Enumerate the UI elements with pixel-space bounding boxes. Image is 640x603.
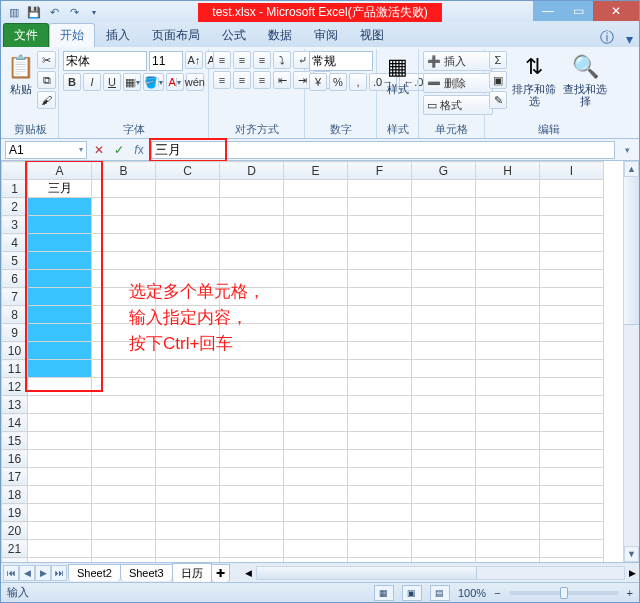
cell-F10[interactable] (348, 342, 412, 360)
find-select-button[interactable]: 🔍 查找和选择 (561, 51, 609, 115)
qat-dropdown-icon[interactable]: ▾ (85, 3, 103, 21)
cell-E12[interactable] (284, 378, 348, 396)
font-name-input[interactable] (63, 51, 147, 71)
cell-E13[interactable] (284, 396, 348, 414)
cell-C2[interactable] (156, 198, 220, 216)
cell-F5[interactable] (348, 252, 412, 270)
cell-B22[interactable] (92, 558, 156, 563)
cell-A1[interactable]: 三月 (28, 180, 92, 198)
cell-F9[interactable] (348, 324, 412, 342)
cell-G18[interactable] (412, 486, 476, 504)
cell-F1[interactable] (348, 180, 412, 198)
sheet-nav-next[interactable]: ▶ (35, 565, 51, 581)
cell-D22[interactable] (220, 558, 284, 563)
cell-E16[interactable] (284, 450, 348, 468)
cell-I7[interactable] (540, 288, 604, 306)
row-header-3[interactable]: 3 (2, 216, 28, 234)
cell-C16[interactable] (156, 450, 220, 468)
horizontal-scrollbar[interactable]: ◀ ▶ (242, 566, 639, 580)
cell-H3[interactable] (476, 216, 540, 234)
cell-B6[interactable] (92, 270, 156, 288)
cell-G17[interactable] (412, 468, 476, 486)
phonetic-button[interactable]: wén (186, 73, 204, 91)
cell-D9[interactable] (220, 324, 284, 342)
tab-review[interactable]: 审阅 (303, 23, 349, 47)
sheet-tab-calendar[interactable]: 日历 (172, 563, 212, 583)
cell-E18[interactable] (284, 486, 348, 504)
cell-C13[interactable] (156, 396, 220, 414)
cell-D16[interactable] (220, 450, 284, 468)
zoom-slider[interactable] (509, 591, 619, 595)
align-left-button[interactable]: ≡ (213, 71, 231, 89)
cell-G20[interactable] (412, 522, 476, 540)
save-icon[interactable]: 💾 (25, 3, 43, 21)
cell-B16[interactable] (92, 450, 156, 468)
row-header-21[interactable]: 21 (2, 540, 28, 558)
sheet-tab-sheet2[interactable]: Sheet2 (68, 564, 121, 581)
cell-I11[interactable] (540, 360, 604, 378)
cell-B10[interactable] (92, 342, 156, 360)
vscroll-track[interactable] (624, 177, 639, 546)
row-header-9[interactable]: 9 (2, 324, 28, 342)
cell-H4[interactable] (476, 234, 540, 252)
cancel-entry-button[interactable]: ✕ (91, 142, 107, 158)
cell-A8[interactable] (28, 306, 92, 324)
col-header-G[interactable]: G (412, 162, 476, 180)
cell-E17[interactable] (284, 468, 348, 486)
cell-C1[interactable] (156, 180, 220, 198)
cell-D6[interactable] (220, 270, 284, 288)
cell-I10[interactable] (540, 342, 604, 360)
cell-I15[interactable] (540, 432, 604, 450)
cell-D14[interactable] (220, 414, 284, 432)
cell-D17[interactable] (220, 468, 284, 486)
cell-B20[interactable] (92, 522, 156, 540)
cell-G21[interactable] (412, 540, 476, 558)
zoom-slider-thumb[interactable] (560, 587, 568, 599)
cell-D18[interactable] (220, 486, 284, 504)
cell-H19[interactable] (476, 504, 540, 522)
cell-I1[interactable] (540, 180, 604, 198)
row-header-11[interactable]: 11 (2, 360, 28, 378)
cell-F19[interactable] (348, 504, 412, 522)
col-header-F[interactable]: F (348, 162, 412, 180)
row-header-8[interactable]: 8 (2, 306, 28, 324)
cell-C6[interactable] (156, 270, 220, 288)
view-normal-button[interactable]: ▦ (374, 585, 394, 601)
cell-D21[interactable] (220, 540, 284, 558)
cell-B14[interactable] (92, 414, 156, 432)
cell-E11[interactable] (284, 360, 348, 378)
cell-I22[interactable] (540, 558, 604, 563)
cell-B21[interactable] (92, 540, 156, 558)
sheet-tab-sheet3[interactable]: Sheet3 (120, 564, 173, 581)
styles-button[interactable]: ▦ 样式 (381, 51, 414, 115)
cell-C8[interactable] (156, 306, 220, 324)
cell-C22[interactable] (156, 558, 220, 563)
tab-file[interactable]: 文件 (3, 23, 49, 47)
col-header-A[interactable]: A (28, 162, 92, 180)
autosum-button[interactable]: Σ (489, 51, 507, 69)
cell-A7[interactable] (28, 288, 92, 306)
cell-G6[interactable] (412, 270, 476, 288)
undo-icon[interactable]: ↶ (45, 3, 63, 21)
cell-D7[interactable] (220, 288, 284, 306)
cell-I18[interactable] (540, 486, 604, 504)
cell-H8[interactable] (476, 306, 540, 324)
maximize-button[interactable]: ▭ (563, 1, 593, 21)
cell-F18[interactable] (348, 486, 412, 504)
cell-G3[interactable] (412, 216, 476, 234)
hscroll-left-button[interactable]: ◀ (242, 568, 256, 578)
scroll-up-button[interactable]: ▲ (624, 161, 639, 177)
cell-D2[interactable] (220, 198, 284, 216)
row-header-13[interactable]: 13 (2, 396, 28, 414)
cell-C19[interactable] (156, 504, 220, 522)
row-header-10[interactable]: 10 (2, 342, 28, 360)
row-header-20[interactable]: 20 (2, 522, 28, 540)
cell-H16[interactable] (476, 450, 540, 468)
bold-button[interactable]: B (63, 73, 81, 91)
cell-H18[interactable] (476, 486, 540, 504)
cell-E14[interactable] (284, 414, 348, 432)
cell-E5[interactable] (284, 252, 348, 270)
tab-insert[interactable]: 插入 (95, 23, 141, 47)
cell-G16[interactable] (412, 450, 476, 468)
row-header-16[interactable]: 16 (2, 450, 28, 468)
